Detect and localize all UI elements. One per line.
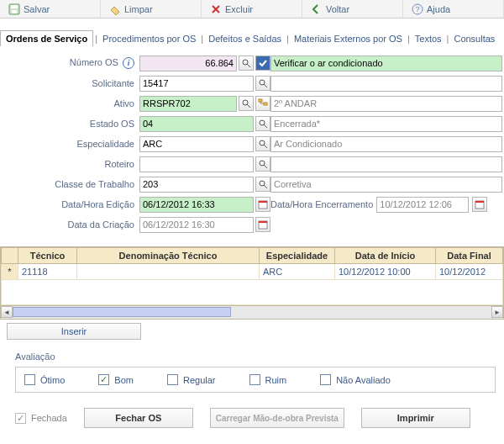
ativo-input[interactable] [139, 96, 237, 112]
data-criacao-input [139, 217, 254, 233]
scroll-left-icon[interactable]: ◄ [1, 306, 13, 318]
label-especialidade: Especialidade [0, 139, 139, 149]
scroll-thumb[interactable] [13, 307, 231, 317]
col-esp[interactable]: Especialidade [260, 248, 335, 264]
cell-denom[interactable] [77, 264, 260, 280]
especialidade-input[interactable] [139, 136, 254, 152]
back-button[interactable]: Voltar [302, 0, 403, 18]
svg-rect-12 [264, 103, 267, 105]
lookup-icon[interactable] [239, 96, 254, 111]
svg-rect-22 [259, 201, 267, 203]
svg-rect-26 [259, 221, 267, 223]
table-row[interactable]: * 21118 ARC 10/12/2012 10:00 10/12/2012 [2, 264, 503, 280]
chk-nao-avaliado[interactable]: Não Avaliado [320, 374, 391, 385]
form-area: Número OS i Solicitante Ativo [0, 53, 504, 235]
svg-line-16 [264, 145, 267, 148]
tab-defeitos[interactable]: Defeitos e Saídas [205, 31, 285, 46]
bottom-bar: Fechada Fechar OS Carregar Mão-de-obra P… [15, 408, 496, 428]
lookup-icon[interactable] [255, 76, 270, 91]
tab-ordens-servico[interactable]: Ordens de Serviço [0, 30, 93, 46]
label-ativo: Ativo [0, 98, 139, 108]
tree-icon[interactable] [255, 96, 270, 111]
chk-ruim[interactable]: Ruim [249, 374, 287, 385]
info-icon[interactable]: i [123, 57, 134, 69]
tab-textos[interactable]: Textos [412, 31, 445, 46]
cell-tecnico[interactable]: 21118 [18, 264, 77, 280]
save-button[interactable]: Salvar [0, 0, 101, 18]
lookup-icon[interactable] [255, 177, 270, 192]
save-icon [8, 3, 20, 15]
data-edicao-input[interactable] [139, 197, 254, 213]
numero-os-input[interactable] [139, 56, 237, 71]
row-marker[interactable]: * [2, 264, 18, 280]
label-roteiro: Roteiro [0, 159, 139, 169]
chk-regular[interactable]: Regular [167, 374, 216, 385]
label-classe: Classe de Trabalho [0, 179, 139, 189]
help-label: Ajuda [427, 4, 450, 14]
ativo-desc-input [270, 96, 502, 112]
classe-input[interactable] [139, 177, 254, 193]
tecnico-grid: Técnico Denominação Técnico Especialidad… [0, 246, 504, 306]
action-icon[interactable] [255, 56, 270, 71]
calendar-icon[interactable] [255, 197, 270, 212]
checkbox-checked-icon [15, 413, 26, 424]
solicitante-input[interactable] [139, 76, 254, 92]
grid-corner [2, 248, 18, 264]
label-data-encerr: Data/Hora Encerramento [270, 199, 373, 209]
save-label: Salvar [24, 4, 50, 14]
estado-os-input[interactable] [139, 116, 254, 132]
numero-os-desc-input[interactable] [270, 56, 502, 71]
table-row-empty [2, 280, 503, 305]
imprimir-button[interactable]: Imprimir [361, 408, 470, 428]
help-button[interactable]: ? Ajuda [403, 0, 504, 18]
col-tecnico[interactable]: Técnico [18, 248, 77, 264]
scroll-right-icon[interactable]: ► [491, 306, 503, 318]
svg-rect-11 [259, 99, 262, 102]
svg-rect-2 [12, 10, 17, 13]
classe-desc-input [270, 177, 502, 193]
solicitante-desc-input[interactable] [270, 76, 502, 92]
checkbox-icon [167, 374, 178, 385]
chk-bom[interactable]: Bom [98, 374, 134, 385]
label-solicitante: Solicitante [0, 78, 139, 88]
checkbox-icon [249, 374, 260, 385]
top-toolbar: Salvar Limpar Excluir Voltar ? Ajuda [0, 0, 504, 18]
calendar-icon[interactable] [255, 217, 270, 232]
tab-materiais[interactable]: Materiais Externos por OS [291, 31, 406, 46]
carregar-mao-obra-button: Carregar Mão-de-obra Prevista [210, 408, 344, 428]
checkbox-icon [24, 374, 35, 385]
fechar-os-button[interactable]: Fechar OS [84, 408, 193, 428]
cell-final[interactable]: 10/12/2012 [436, 264, 503, 280]
label-data-criacao: Data da Criação [0, 219, 139, 230]
col-denom[interactable]: Denominação Técnico [77, 248, 260, 264]
delete-icon [210, 3, 222, 15]
tab-consultas[interactable]: Consultas [450, 31, 498, 46]
cell-inicio[interactable]: 10/12/2012 10:00 [335, 264, 436, 280]
svg-line-8 [264, 84, 267, 87]
col-final[interactable]: Data Final [436, 248, 503, 264]
lookup-icon[interactable] [255, 156, 270, 172]
clear-button[interactable]: Limpar [101, 0, 202, 18]
roteiro-desc-input[interactable] [270, 156, 502, 172]
help-icon: ? [412, 3, 423, 15]
cell-esp[interactable]: ARC [260, 264, 335, 280]
label-estado-os: Estado OS [0, 119, 139, 129]
inserir-button[interactable]: Inserir [7, 323, 141, 340]
delete-button[interactable]: Excluir [202, 0, 302, 18]
grid-hscrollbar[interactable]: ◄ ► [0, 306, 504, 320]
chk-otimo[interactable]: Ótimo [24, 374, 65, 385]
lookup-icon[interactable] [255, 116, 270, 131]
clear-label: Limpar [124, 4, 153, 14]
svg-line-10 [247, 104, 250, 108]
back-icon [311, 3, 323, 15]
roteiro-input[interactable] [139, 156, 254, 172]
svg-line-6 [247, 64, 250, 67]
col-inicio[interactable]: Data de Início [335, 248, 436, 264]
delete-label: Excluir [225, 4, 253, 14]
lookup-icon[interactable] [255, 136, 270, 151]
svg-rect-24 [475, 201, 484, 203]
checkbox-checked-icon [98, 374, 109, 385]
lookup-icon[interactable] [239, 56, 254, 71]
tab-procedimentos[interactable]: Procedimentos por OS [99, 31, 199, 46]
calendar-icon[interactable] [472, 197, 487, 212]
